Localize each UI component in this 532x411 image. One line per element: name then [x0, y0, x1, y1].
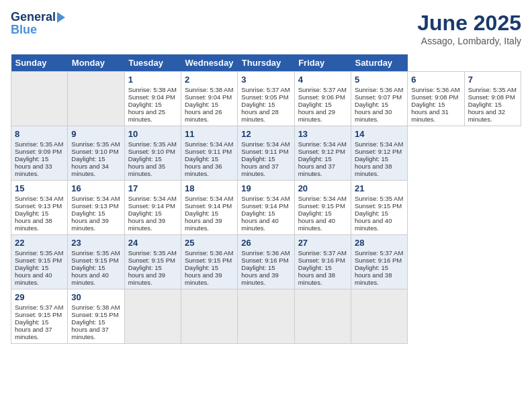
sunset-text: Sunset: 9:12 PM	[298, 148, 347, 155]
day-number: 30	[71, 292, 120, 302]
sunrise-text: Sunrise: 5:35 AM	[355, 195, 404, 202]
day-number: 29	[15, 292, 64, 302]
sunset-text: Sunset: 9:08 PM	[411, 93, 460, 101]
calendar-cell: 2Sunrise: 5:38 AMSunset: 9:04 PMDaylight…	[181, 72, 237, 126]
daylight-text: Daylight: 15 hours and 37 minutes.	[298, 155, 347, 177]
calendar-cell	[11, 72, 68, 126]
daylight-text: Daylight: 15 hours and 38 minutes.	[298, 264, 347, 286]
sunset-text: Sunset: 9:15 PM	[355, 202, 404, 210]
sunrise-text: Sunrise: 5:34 AM	[241, 195, 290, 202]
sunset-text: Sunset: 9:04 PM	[128, 93, 177, 101]
calendar-cell	[351, 289, 407, 344]
sunset-text: Sunset: 9:15 PM	[185, 257, 234, 264]
day-number: 27	[298, 238, 347, 248]
calendar-cell: 4Sunrise: 5:37 AMSunset: 9:06 PMDaylight…	[294, 72, 351, 126]
header-row: Sunday Monday Tuesday Wednesday Thursday…	[11, 54, 521, 72]
day-number: 6	[411, 75, 460, 85]
calendar-cell: 7Sunrise: 5:35 AMSunset: 9:08 PMDaylight…	[464, 72, 521, 126]
calendar-cell: 9Sunrise: 5:35 AMSunset: 9:10 PMDaylight…	[68, 126, 124, 181]
sunrise-text: Sunrise: 5:36 AM	[355, 86, 404, 93]
calendar-week-row: 8Sunrise: 5:35 AMSunset: 9:09 PMDaylight…	[11, 126, 521, 181]
sunrise-text: Sunrise: 5:34 AM	[185, 140, 234, 148]
day-number: 12	[241, 129, 290, 139]
daylight-text: Daylight: 15 hours and 39 minutes.	[185, 264, 234, 286]
calendar-cell: 22Sunrise: 5:35 AMSunset: 9:15 PMDayligh…	[11, 235, 68, 289]
daylight-text: Daylight: 15 hours and 29 minutes.	[298, 101, 347, 123]
calendar-cell: 19Sunrise: 5:34 AMSunset: 9:14 PMDayligh…	[238, 181, 294, 235]
daylight-text: Daylight: 15 hours and 39 minutes.	[71, 210, 120, 232]
calendar-cell: 18Sunrise: 5:34 AMSunset: 9:14 PMDayligh…	[181, 181, 237, 235]
day-number: 9	[71, 129, 120, 139]
day-number: 15	[15, 183, 64, 193]
calendar-cell: 13Sunrise: 5:34 AMSunset: 9:12 PMDayligh…	[294, 126, 351, 181]
col-thursday: Thursday	[238, 54, 294, 72]
day-number: 13	[298, 129, 347, 139]
sunset-text: Sunset: 9:15 PM	[71, 257, 120, 264]
day-number: 23	[71, 238, 120, 248]
header: General Blue June 2025 Assago, Lombardy,…	[11, 11, 521, 46]
calendar-cell: 3Sunrise: 5:37 AMSunset: 9:05 PMDaylight…	[238, 72, 294, 126]
col-monday: Monday	[68, 54, 124, 72]
daylight-text: Daylight: 15 hours and 28 minutes.	[241, 101, 290, 123]
sunrise-text: Sunrise: 5:35 AM	[71, 140, 120, 148]
sunrise-text: Sunrise: 5:34 AM	[185, 195, 234, 202]
sunrise-text: Sunrise: 5:37 AM	[15, 304, 64, 311]
calendar-cell	[124, 289, 181, 344]
day-number: 8	[15, 129, 64, 139]
daylight-text: Daylight: 15 hours and 40 minutes.	[15, 264, 64, 286]
daylight-text: Daylight: 15 hours and 25 minutes.	[128, 101, 177, 123]
sunset-text: Sunset: 9:11 PM	[241, 148, 290, 155]
sunrise-text: Sunrise: 5:36 AM	[185, 249, 234, 257]
day-number: 20	[298, 183, 347, 193]
sunrise-text: Sunrise: 5:35 AM	[128, 140, 177, 148]
calendar-cell: 17Sunrise: 5:34 AMSunset: 9:14 PMDayligh…	[124, 181, 181, 235]
sunrise-text: Sunrise: 5:38 AM	[185, 86, 234, 93]
daylight-text: Daylight: 15 hours and 38 minutes.	[355, 155, 404, 177]
day-number: 21	[355, 183, 404, 193]
sunset-text: Sunset: 9:13 PM	[15, 202, 64, 210]
logo-arrow-icon	[57, 12, 65, 23]
sunset-text: Sunset: 9:11 PM	[185, 148, 234, 155]
daylight-text: Daylight: 15 hours and 30 minutes.	[355, 101, 404, 123]
daylight-text: Daylight: 15 hours and 34 minutes.	[71, 155, 120, 177]
sunrise-text: Sunrise: 5:34 AM	[298, 140, 347, 148]
day-number: 5	[355, 75, 404, 85]
sunrise-text: Sunrise: 5:37 AM	[298, 86, 347, 93]
daylight-text: Daylight: 15 hours and 36 minutes.	[185, 155, 234, 177]
calendar-cell: 28Sunrise: 5:37 AMSunset: 9:16 PMDayligh…	[351, 235, 407, 289]
sunset-text: Sunset: 9:10 PM	[71, 148, 120, 155]
sunset-text: Sunset: 9:15 PM	[15, 257, 64, 264]
sunrise-text: Sunrise: 5:38 AM	[128, 86, 177, 93]
sunset-text: Sunset: 9:06 PM	[298, 93, 347, 101]
day-number: 4	[298, 75, 347, 85]
daylight-text: Daylight: 15 hours and 39 minutes.	[128, 210, 177, 232]
daylight-text: Daylight: 15 hours and 37 minutes.	[71, 318, 120, 340]
sunrise-text: Sunrise: 5:35 AM	[71, 249, 120, 257]
calendar-cell: 21Sunrise: 5:35 AMSunset: 9:15 PMDayligh…	[351, 181, 407, 235]
sunset-text: Sunset: 9:15 PM	[15, 311, 64, 318]
daylight-text: Daylight: 15 hours and 32 minutes.	[468, 101, 517, 123]
sunset-text: Sunset: 9:14 PM	[241, 202, 290, 210]
sunset-text: Sunset: 9:10 PM	[128, 148, 177, 155]
sunrise-text: Sunrise: 5:35 AM	[128, 249, 177, 257]
sunrise-text: Sunrise: 5:34 AM	[15, 195, 64, 202]
logo-blue: Blue	[11, 23, 37, 37]
sunrise-text: Sunrise: 5:36 AM	[241, 249, 290, 257]
sunrise-text: Sunrise: 5:34 AM	[298, 195, 347, 202]
logo-general: General	[11, 10, 56, 24]
calendar-cell: 16Sunrise: 5:34 AMSunset: 9:13 PMDayligh…	[68, 181, 124, 235]
sunset-text: Sunset: 9:14 PM	[185, 202, 234, 210]
calendar-cell: 10Sunrise: 5:35 AMSunset: 9:10 PMDayligh…	[124, 126, 181, 181]
daylight-text: Daylight: 15 hours and 40 minutes.	[355, 210, 404, 232]
sunset-text: Sunset: 9:09 PM	[15, 148, 64, 155]
calendar-week-row: 22Sunrise: 5:35 AMSunset: 9:15 PMDayligh…	[11, 235, 521, 289]
daylight-text: Daylight: 15 hours and 38 minutes.	[15, 210, 64, 232]
day-number: 14	[355, 129, 404, 139]
sunrise-text: Sunrise: 5:34 AM	[355, 140, 404, 148]
calendar-cell: 8Sunrise: 5:35 AMSunset: 9:09 PMDaylight…	[11, 126, 68, 181]
sunrise-text: Sunrise: 5:37 AM	[241, 86, 290, 93]
sunrise-text: Sunrise: 5:38 AM	[71, 304, 120, 311]
calendar-cell: 27Sunrise: 5:37 AMSunset: 9:16 PMDayligh…	[294, 235, 351, 289]
calendar-week-row: 1Sunrise: 5:38 AMSunset: 9:04 PMDaylight…	[11, 72, 521, 126]
sunrise-text: Sunrise: 5:36 AM	[411, 86, 460, 93]
